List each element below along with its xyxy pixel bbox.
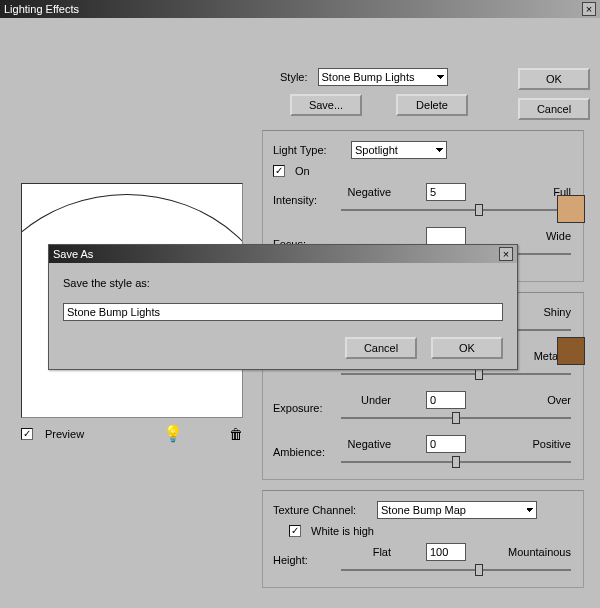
intensity-label: Intensity: [273, 194, 335, 206]
white-high-label: White is high [311, 525, 374, 537]
save-as-close-icon[interactable]: × [499, 247, 513, 261]
close-icon[interactable]: × [582, 2, 596, 16]
style-label: Style: [280, 71, 308, 83]
texture-select[interactable]: Stone Bump Map [377, 501, 537, 519]
delete-button[interactable]: Delete [396, 94, 468, 116]
exposure-value[interactable] [426, 391, 466, 409]
preview-label: Preview [45, 428, 84, 440]
trash-icon[interactable]: 🗑 [229, 426, 243, 442]
ambience-value[interactable] [426, 435, 466, 453]
lightbulb-icon[interactable]: 💡 [163, 424, 183, 443]
style-select[interactable]: Stone Bump Lights [318, 68, 448, 86]
intensity-slider[interactable] [341, 201, 571, 217]
save-as-prompt: Save the style as: [63, 277, 503, 289]
focus-right: Wide [501, 230, 571, 242]
ambience-label: Ambience: [273, 446, 335, 458]
light-type-select[interactable]: Spotlight [351, 141, 447, 159]
ambience-slider[interactable] [341, 453, 571, 469]
intensity-left: Negative [341, 186, 391, 198]
window-title: Lighting Effects [4, 3, 79, 15]
window-titlebar: Lighting Effects × [0, 0, 600, 18]
save-as-titlebar: Save As × [49, 245, 517, 263]
exposure-left: Under [341, 394, 391, 406]
material-color-swatch[interactable] [557, 337, 585, 365]
light-on-checkbox[interactable] [273, 165, 285, 177]
focus-value[interactable] [426, 227, 466, 245]
exposure-slider[interactable] [341, 409, 571, 425]
ambience-right: Positive [501, 438, 571, 450]
ambience-left: Negative [341, 438, 391, 450]
save-as-cancel-button[interactable]: Cancel [345, 337, 417, 359]
height-right: Mountainous [501, 546, 571, 558]
exposure-label: Exposure: [273, 402, 335, 414]
light-on-label: On [295, 165, 310, 177]
light-type-label: Light Type: [273, 144, 345, 156]
light-color-swatch[interactable] [557, 195, 585, 223]
texture-group: Texture Channel: Stone Bump Map White is… [262, 490, 584, 588]
save-as-ok-button[interactable]: OK [431, 337, 503, 359]
texture-label: Texture Channel: [273, 504, 371, 516]
save-as-dialog: Save As × Save the style as: Cancel OK [48, 244, 518, 370]
height-label: Height: [273, 554, 335, 566]
height-left: Flat [341, 546, 391, 558]
height-slider[interactable] [341, 561, 571, 577]
save-button[interactable]: Save... [290, 94, 362, 116]
ok-button[interactable]: OK [518, 68, 590, 90]
exposure-right: Over [501, 394, 571, 406]
cancel-button[interactable]: Cancel [518, 98, 590, 120]
save-as-input[interactable] [63, 303, 503, 321]
save-as-title: Save As [53, 248, 93, 260]
intensity-value[interactable] [426, 183, 466, 201]
preview-checkbox[interactable] [21, 428, 33, 440]
white-high-checkbox[interactable] [289, 525, 301, 537]
height-value[interactable] [426, 543, 466, 561]
